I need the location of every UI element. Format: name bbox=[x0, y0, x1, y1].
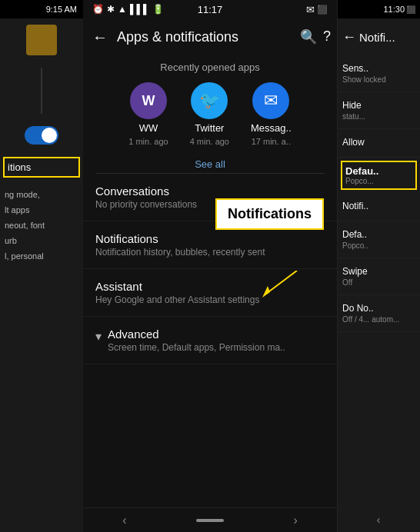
battery-icon: 🔋 bbox=[152, 4, 164, 15]
left-status-bar: 9:15 AM bbox=[0, 0, 83, 18]
callout-notifications-box: Notifications bbox=[215, 198, 324, 230]
right-item-title-7: Do No.. bbox=[342, 303, 415, 314]
signal-icon: ▌▌▌ bbox=[130, 4, 150, 15]
left-text-5: l, personal bbox=[5, 251, 78, 261]
right-back-button[interactable]: ← bbox=[342, 29, 356, 45]
alarm-icon: ⏰ bbox=[92, 4, 104, 15]
left-avatar bbox=[26, 25, 57, 55]
wifi-icon: ▲ bbox=[118, 4, 127, 15]
right-item-sub-5: Popco.. bbox=[342, 241, 415, 250]
twitter-icon-symbol: 🐦 bbox=[199, 91, 220, 111]
menu-item-advanced-subtitle: Screen time, Default apps, Permission ma… bbox=[108, 342, 285, 353]
right-menu-item-2[interactable]: Allow bbox=[338, 129, 420, 158]
ww-icon-symbol: W bbox=[142, 93, 155, 109]
callout-arrow bbox=[258, 271, 305, 304]
middle-status-time: 11:17 bbox=[198, 4, 223, 15]
right-item-sub-7: Off / 4... autom... bbox=[342, 315, 415, 324]
app-icon-twitter: 🐦 bbox=[191, 82, 228, 119]
status-left-icons: ⏰ ✱ ▲ ▌▌▌ 🔋 bbox=[92, 4, 164, 15]
right-menu-item-7[interactable]: Do No.. Off / 4... autom... bbox=[338, 295, 420, 332]
recently-opened-label: Recently opened apps bbox=[83, 55, 337, 82]
app-icon-ww: W bbox=[130, 82, 167, 119]
right-item-title-0: Sens.. bbox=[342, 63, 415, 74]
left-text-4: urb bbox=[5, 236, 78, 245]
right-panel: 11:30 ⬛ ← Notifi... Sens.. Show locked H… bbox=[337, 0, 420, 532]
middle-status-bar: ⏰ ✱ ▲ ▌▌▌ 🔋 11:17 ✉ ⬛ bbox=[83, 0, 337, 18]
right-menu-item-6[interactable]: Swipe Off bbox=[338, 258, 420, 295]
nav-bar: ‹ › bbox=[83, 507, 337, 532]
right-highlight-sub: Popco... bbox=[345, 177, 412, 185]
app-item-ww[interactable]: W WW 1 min. ago bbox=[128, 82, 168, 146]
svg-marker-1 bbox=[262, 286, 270, 298]
left-text-items: ng mode, lt apps neout, font urb l, pers… bbox=[0, 184, 83, 273]
menu-item-advanced[interactable]: ▾ Advanced Screen time, Default apps, Pe… bbox=[83, 317, 337, 364]
app-name-messages: Messag.. bbox=[251, 122, 292, 134]
chevron-down-icon: ▾ bbox=[95, 329, 102, 344]
app-icon-messages: ✉ bbox=[252, 82, 289, 119]
right-toolbar-title: Notifi... bbox=[359, 31, 395, 44]
callout-notifications-text: Notifications bbox=[228, 206, 312, 221]
app-time-messages: 17 min. a.. bbox=[252, 137, 291, 146]
right-back-nav-button[interactable]: ‹ bbox=[377, 514, 381, 526]
right-status-time: 11:30 bbox=[383, 5, 405, 14]
recent-apps-list: W WW 1 min. ago 🐦 Twitter 4 min. ago ✉ M… bbox=[83, 82, 337, 152]
callout-arrow-svg bbox=[258, 271, 305, 301]
left-highlight-label: itions bbox=[8, 161, 31, 173]
left-text-1: ng mode, bbox=[5, 190, 78, 199]
right-item-title-6: Swipe bbox=[342, 266, 415, 277]
app-item-twitter[interactable]: 🐦 Twitter 4 min. ago bbox=[190, 82, 229, 146]
help-icon[interactable]: ? bbox=[323, 28, 331, 45]
back-button[interactable]: ← bbox=[89, 25, 111, 49]
left-highlight-box: itions bbox=[3, 157, 80, 178]
right-nav-bar: ‹ bbox=[337, 507, 420, 532]
search-icon[interactable]: 🔍 bbox=[300, 28, 317, 45]
right-status-icon: ⬛ bbox=[406, 5, 415, 14]
right-item-title-5: Defa.. bbox=[342, 229, 415, 240]
right-highlight-title: Defau.. bbox=[345, 165, 412, 177]
menu-item-conversations-title: Conversations bbox=[95, 185, 325, 198]
app-name-twitter: Twitter bbox=[195, 122, 224, 134]
left-status-time: 9:15 AM bbox=[46, 5, 77, 14]
right-menu-item-0[interactable]: Sens.. Show locked bbox=[338, 55, 420, 92]
left-text-3: neout, font bbox=[5, 221, 78, 230]
menu-item-notifications-subtitle: Notification history, bubbles, recently … bbox=[95, 247, 325, 258]
right-item-title-1: Hide bbox=[342, 100, 415, 111]
right-item-title-4: Notifi.. bbox=[342, 201, 415, 211]
app-time-ww: 1 min. ago bbox=[128, 137, 168, 146]
status-right-icons: ✉ ⬛ bbox=[306, 4, 328, 15]
left-panel: 9:15 AM itions ng mode, lt apps neout, f… bbox=[0, 0, 83, 532]
svg-line-0 bbox=[266, 271, 297, 294]
toolbar-title: Apps & notifications bbox=[117, 29, 294, 45]
left-toggle[interactable] bbox=[25, 126, 58, 145]
left-text-2: lt apps bbox=[5, 205, 78, 214]
middle-toolbar: ← Apps & notifications 🔍 ? bbox=[83, 18, 337, 55]
screen-icon: ⬛ bbox=[317, 5, 328, 15]
right-item-title-2: Allow bbox=[342, 137, 415, 148]
app-time-twitter: 4 min. ago bbox=[190, 137, 229, 146]
app-name-ww: WW bbox=[139, 122, 158, 134]
bluetooth-icon: ✱ bbox=[107, 4, 115, 15]
menu-item-advanced-title: Advanced bbox=[108, 328, 285, 341]
right-toolbar: ← Notifi... bbox=[338, 18, 420, 55]
see-all-button[interactable]: See all bbox=[95, 152, 325, 174]
right-menu-item-1[interactable]: Hide statu... bbox=[338, 92, 420, 129]
right-item-sub-6: Off bbox=[342, 278, 415, 287]
right-menu-item-5[interactable]: Defa.. Popco.. bbox=[338, 221, 420, 258]
right-item-sub-1: statu... bbox=[342, 112, 415, 121]
left-divider bbox=[41, 68, 42, 114]
middle-panel: ⏰ ✱ ▲ ▌▌▌ 🔋 11:17 ✉ ⬛ ← Apps & notificat… bbox=[83, 0, 337, 532]
menu-item-notifications-title: Notifications bbox=[95, 232, 325, 245]
right-menu-item-4[interactable]: Notifi.. bbox=[338, 193, 420, 221]
right-highlight-box: Defau.. Popco... bbox=[341, 161, 417, 190]
messages-icon-symbol: ✉ bbox=[264, 91, 278, 111]
home-nav-indicator[interactable] bbox=[196, 519, 224, 522]
right-status-bar: 11:30 ⬛ bbox=[338, 0, 420, 18]
forward-nav-button[interactable]: › bbox=[284, 510, 306, 530]
back-nav-button[interactable]: ‹ bbox=[113, 510, 135, 530]
right-item-sub-0: Show locked bbox=[342, 75, 415, 84]
app-item-messages[interactable]: ✉ Messag.. 17 min. a.. bbox=[251, 82, 292, 146]
toolbar-action-icons: 🔍 ? bbox=[300, 28, 331, 45]
email-icon: ✉ bbox=[306, 4, 315, 15]
